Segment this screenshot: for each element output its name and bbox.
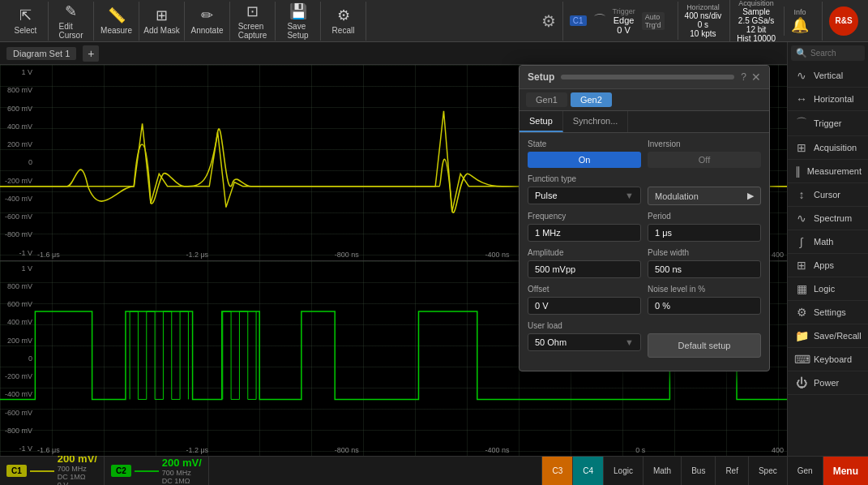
cursor-icon: ↕ — [794, 188, 809, 201]
offset-noise-row: Offset 0 V Noise level in % 0 % — [528, 285, 761, 315]
sidebar-item-trigger[interactable]: ⌒ Trigger — [788, 111, 868, 136]
search-box[interactable]: 🔍 — [791, 45, 865, 61]
diagram-add-button[interactable]: + — [83, 45, 99, 62]
dialog-close-button[interactable]: ✕ — [751, 71, 761, 84]
offset-field: Offset 0 V — [528, 285, 641, 315]
trigger-type: Trigger Edge 0 V — [613, 7, 635, 35]
sidebar-item-cursor[interactable]: ↕ Cursor — [788, 183, 868, 207]
edit-cursor-label: EditCursor — [58, 22, 83, 40]
recall-button[interactable]: ⚙ Recall — [321, 2, 366, 41]
period-value[interactable]: 1 μs — [648, 224, 761, 242]
freq-period-row: Frequency 1 MHz Period 1 μs — [528, 212, 761, 242]
amplitude-value[interactable]: 500 mVpp — [528, 260, 641, 278]
search-input[interactable] — [810, 49, 859, 58]
apps-icon: ⊞ — [794, 259, 809, 272]
measure-button[interactable]: 📏 Measure — [94, 2, 139, 41]
settings-button[interactable]: ⚙ — [535, 11, 562, 31]
logic-button[interactable]: Logic — [603, 457, 643, 486]
c1-channel-info[interactable]: C1 200 mV/ 700 MHz DC 1MΩ 0 V — [0, 457, 105, 486]
amp-pulse-row: Amplitude 500 mVpp Pulse width 500 ns — [528, 248, 761, 278]
math-button[interactable]: Math — [643, 457, 681, 486]
bottom-buttons: C3 C4 Logic Math Bus Ref Spec Gen Menu — [541, 457, 868, 486]
noise-value[interactable]: 0 % — [648, 297, 761, 315]
sidebar-item-keyboard[interactable]: ⌨ Keyboard — [788, 348, 868, 371]
function-type-value[interactable]: Pulse ▼ — [528, 187, 641, 204]
dialog-title: Setup — [528, 71, 554, 83]
dialog-header: Setup ? ✕ — [520, 66, 769, 89]
gen1-tab[interactable]: Gen1 — [526, 92, 567, 107]
default-setup-button[interactable]: Default setup — [648, 333, 761, 358]
c1-line — [30, 470, 54, 472]
horizontal-panel: Horizontal 400 ns/div 0 s 10 kpts — [678, 2, 729, 40]
sidebar-label-logic: Logic — [814, 284, 835, 294]
sidebar-item-math[interactable]: ∫ Math — [788, 230, 868, 254]
logo: R&S — [822, 2, 865, 41]
sidebar-item-measurement[interactable]: ∥ Measurement — [788, 160, 868, 183]
bell-icon: 🔔 — [791, 16, 809, 34]
c1-values: 200 mV/ 700 MHz DC 1MΩ 0 V — [58, 453, 97, 485]
bus-button[interactable]: Bus — [681, 457, 715, 486]
keyboard-icon: ⌨ — [794, 353, 809, 366]
screen-capture-button[interactable]: ⊡ ScreenCapture — [230, 2, 276, 41]
screen-capture-label: ScreenCapture — [238, 22, 267, 40]
sidebar-label-spectrum: Spectrum — [814, 213, 852, 223]
add-mask-button[interactable]: ⊞ Add Mask — [139, 2, 185, 41]
noise-field: Noise level in % 0 % — [648, 285, 761, 315]
spec-button[interactable]: Spec — [748, 457, 787, 486]
c4-button[interactable]: C4 — [572, 457, 603, 486]
sidebar-item-logic[interactable]: ▦ Logic — [788, 277, 868, 301]
function-type-label: Function type — [528, 174, 641, 183]
power-icon: ⏻ — [794, 376, 809, 389]
synchron-nav-item[interactable]: Synchron... — [563, 111, 629, 132]
frequency-value[interactable]: 1 MHz — [528, 224, 641, 242]
info-panels: Horizontal 400 ns/div 0 s 10 kpts Acquis… — [671, 0, 822, 45]
pulse-width-value[interactable]: 500 ns — [648, 260, 761, 278]
menu-button[interactable]: Menu — [823, 457, 868, 486]
horizontal-icon: ↔ — [794, 92, 809, 105]
sidebar-item-power[interactable]: ⏻ Power — [788, 371, 868, 395]
default-setup-field: Default setup — [648, 321, 761, 358]
sidebar-item-spectrum[interactable]: ∿ Spectrum — [788, 207, 868, 230]
dialog-help-button[interactable]: ? — [741, 71, 746, 83]
pulse-width-label: Pulse width — [648, 248, 761, 257]
amplitude-label: Amplitude — [528, 248, 641, 257]
diagram-title[interactable]: Diagram Set 1 — [6, 47, 76, 60]
sidebar-item-apps[interactable]: ⊞ Apps — [788, 254, 868, 277]
measure-label: Measure — [100, 26, 132, 35]
measurement-icon: ∥ — [794, 165, 802, 178]
sidebar-item-horizontal[interactable]: ↔ Horizontal — [788, 88, 868, 111]
dialog-tabs: Gen1 Gen2 — [520, 89, 769, 111]
pulse-width-field: Pulse width 500 ns — [648, 248, 761, 278]
gen2-tab[interactable]: Gen2 — [571, 92, 612, 107]
sidebar-label-settings: Settings — [814, 307, 846, 317]
main-area: Diagram Set 1 + 1 V 800 mV 600 mV 400 mV… — [0, 42, 868, 456]
sidebar-item-acquisition[interactable]: ⊞ Acquisition — [788, 136, 868, 160]
annotate-button[interactable]: ✏ Annotate — [185, 2, 230, 41]
sidebar-item-settings[interactable]: ⚙ Settings — [788, 301, 868, 324]
edit-cursor-button[interactable]: ✎ EditCursor — [49, 2, 94, 41]
c3-button[interactable]: C3 — [541, 457, 572, 486]
ref-button[interactable]: Ref — [715, 457, 748, 486]
sidebar: 🔍 ∿ Vertical ↔ Horizontal ⌒ Trigger ⊞ Ac… — [787, 42, 868, 456]
state-toggle[interactable]: On — [528, 152, 641, 168]
user-load-value[interactable]: 50 Ohm ▼ — [528, 333, 641, 351]
user-load-arrow: ▼ — [625, 337, 634, 347]
inversion-label: Inversion — [648, 139, 761, 148]
setup-dialog: Setup ? ✕ Gen1 Gen2 Setup Synchron... — [519, 65, 770, 371]
offset-value[interactable]: 0 V — [528, 297, 641, 315]
modulation-button[interactable]: Modulation ▶ — [648, 187, 761, 205]
save-setup-button[interactable]: 💾 SaveSetup — [276, 2, 321, 41]
add-mask-label: Add Mask — [143, 26, 179, 35]
sidebar-item-save-recall[interactable]: 📁 Save/Recall — [788, 324, 868, 348]
save-setup-icon: 💾 — [289, 2, 307, 20]
select-button[interactable]: ⇱ Select — [3, 2, 49, 41]
dialog-slider[interactable] — [561, 75, 734, 79]
setup-nav-item[interactable]: Setup — [520, 111, 563, 132]
sidebar-item-vertical[interactable]: ∿ Vertical — [788, 64, 868, 88]
settings-icon: ⚙ — [541, 12, 556, 30]
inversion-toggle[interactable]: Off — [648, 152, 761, 168]
c2-channel-info[interactable]: C2 200 mV/ 700 MHz DC 1MΩ — [105, 457, 209, 486]
sidebar-label-measurement: Measurement — [807, 166, 862, 176]
gen-button[interactable]: Gen — [787, 457, 823, 486]
frequency-label: Frequency — [528, 212, 641, 221]
